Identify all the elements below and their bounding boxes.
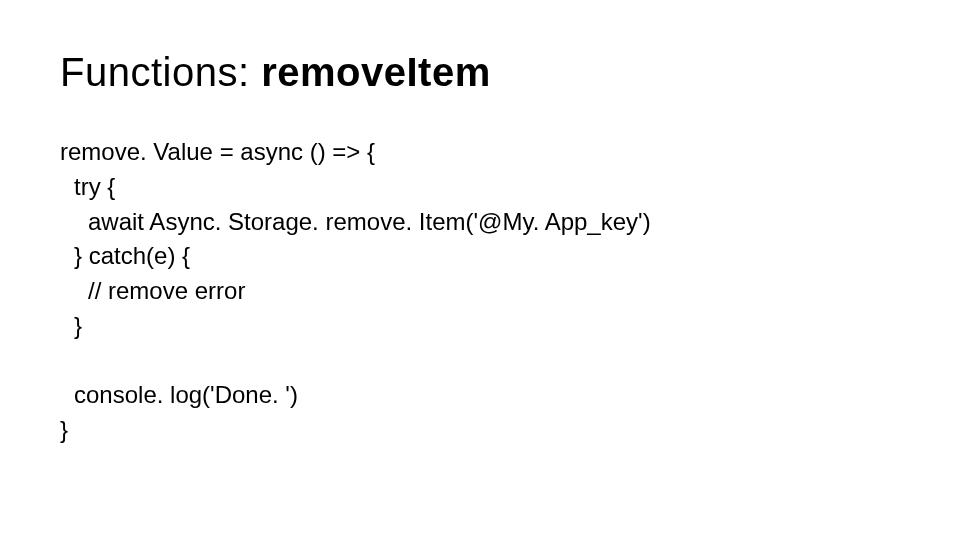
code-line: try { [60,170,900,205]
code-line: } catch(e) { [60,239,900,274]
slide-title: Functions: removeItem [60,50,900,95]
code-line: } [60,309,900,344]
code-line: await Async. Storage. remove. Item('@My.… [60,205,900,240]
title-function-name: removeItem [261,50,491,94]
code-block: remove. Value = async () => { try { awai… [60,135,900,447]
code-line: remove. Value = async () => { [60,135,900,170]
blank-line [60,344,900,378]
code-line: console. log('Done. ') [60,378,900,413]
title-prefix: Functions: [60,50,261,94]
code-line: } [60,413,900,448]
code-line: // remove error [60,274,900,309]
